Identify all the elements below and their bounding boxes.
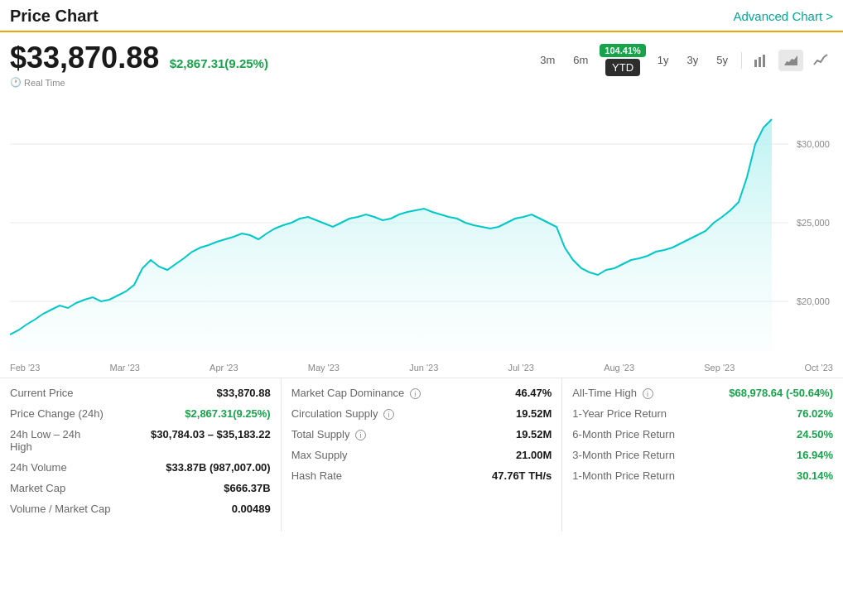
stat-price-change: Price Change (24h) $2,867.31(9.25%) <box>10 407 271 420</box>
period-ytd-button[interactable]: YTD <box>605 59 640 76</box>
period-3m-button[interactable]: 3m <box>533 51 561 69</box>
price-change: $2,867.31(9.25%) <box>170 56 268 70</box>
x-label-feb: Feb '23 <box>10 363 40 373</box>
ytd-wrapper: 104.41% YTD <box>600 44 645 76</box>
svg-text:$25,000: $25,000 <box>797 218 830 228</box>
price-left: $33,870.88 $2,867.31(9.25%) 🕐 Real Time <box>10 41 268 88</box>
stat-ath: All-Time High i $68,978.64 (-50.64%) <box>572 387 833 399</box>
price-row: $33,870.88 $2,867.31(9.25%) <box>10 41 268 75</box>
info-icon-total[interactable]: i <box>355 430 366 440</box>
x-label-oct: Oct '23 <box>804 363 833 373</box>
advanced-chart-link[interactable]: Advanced Chart > <box>734 9 834 23</box>
stats-col-1: Current Price $33,870.88 Price Change (2… <box>0 378 282 532</box>
info-icon-circ[interactable]: i <box>383 409 394 420</box>
info-icon-dominance[interactable]: i <box>410 388 421 399</box>
stat-6m-return: 6-Month Price Return 24.50% <box>572 428 833 440</box>
stat-total-supply: Total Supply i 19.52M <box>291 428 552 440</box>
period-1y-button[interactable]: 1y <box>651 51 676 69</box>
area-chart-button[interactable] <box>778 50 803 71</box>
price-section: $33,870.88 $2,867.31(9.25%) 🕐 Real Time … <box>0 32 843 91</box>
stat-mcap-dominance: Market Cap Dominance i 46.47% <box>291 387 552 399</box>
period-3y-button[interactable]: 3y <box>681 51 706 69</box>
stat-hash-rate: Hash Rate 47.76T TH/s <box>291 469 552 482</box>
area-chart-icon <box>783 53 798 68</box>
stat-1y-return: 1-Year Price Return 76.02% <box>572 407 833 420</box>
stat-volume: 24h Volume $33.87B (987,007.00) <box>10 461 271 474</box>
price-chart-svg: $30,000 $25,000 $20,000 <box>10 94 833 359</box>
current-price: $33,870.88 <box>10 41 159 75</box>
divider <box>741 52 742 69</box>
stat-1m-return: 1-Month Price Return 30.14% <box>572 469 833 482</box>
page-title: Price Chart <box>10 7 99 26</box>
svg-rect-1 <box>759 57 761 67</box>
stat-3m-return: 3-Month Price Return 16.94% <box>572 449 833 461</box>
stat-vol-mcap: Volume / Market Cap 0.00489 <box>10 503 271 515</box>
x-label-jul: Jul '23 <box>508 363 533 373</box>
x-axis-labels: Feb '23 Mar '23 Apr '23 May '23 Jun '23 … <box>0 359 843 376</box>
svg-text:$20,000: $20,000 <box>797 296 830 306</box>
svg-rect-0 <box>754 60 757 67</box>
clock-icon: 🕐 <box>10 77 22 88</box>
stats-col-2: Market Cap Dominance i 46.47% Circulatio… <box>282 378 563 532</box>
info-icon-ath[interactable]: i <box>643 388 653 399</box>
x-label-mar: Mar '23 <box>110 363 140 373</box>
stat-market-cap: Market Cap $666.37B <box>10 482 271 494</box>
stat-current-price: Current Price $33,870.88 <box>10 387 271 399</box>
stats-section: Current Price $33,870.88 Price Change (2… <box>0 378 843 532</box>
x-label-may: May '23 <box>308 363 340 373</box>
svg-rect-2 <box>763 55 765 67</box>
x-label-jun: Jun '23 <box>409 363 438 373</box>
real-time-indicator: 🕐 Real Time <box>10 77 268 88</box>
page-header: Price Chart Advanced Chart > <box>0 0 843 32</box>
x-label-apr: Apr '23 <box>210 363 238 373</box>
ytd-return-tooltip: 104.41% <box>600 44 645 57</box>
stats-col-3: All-Time High i $68,978.64 (-50.64%) 1-Y… <box>562 378 843 532</box>
period-6m-button[interactable]: 6m <box>566 51 595 69</box>
stat-max-supply: Max Supply 21.00M <box>291 449 552 461</box>
line-chart-button[interactable] <box>808 50 833 71</box>
bar-chart-icon <box>754 53 768 68</box>
x-label-aug: Aug '23 <box>604 363 634 373</box>
line-chart-icon <box>813 53 828 68</box>
chart-container: $30,000 $25,000 $20,000 <box>10 94 833 359</box>
bar-chart-button[interactable] <box>749 50 773 71</box>
stat-circ-supply: Circulation Supply i 19.52M <box>291 407 552 420</box>
stat-24h-range: 24h Low – 24hHigh $30,784.03 – $35,183.2… <box>10 428 271 453</box>
period-5y-button[interactable]: 5y <box>710 51 735 69</box>
x-label-sep: Sep '23 <box>704 363 735 373</box>
svg-text:$30,000: $30,000 <box>797 139 830 149</box>
chart-controls: 3m 6m 104.41% YTD 1y 3y 5y <box>533 41 833 76</box>
